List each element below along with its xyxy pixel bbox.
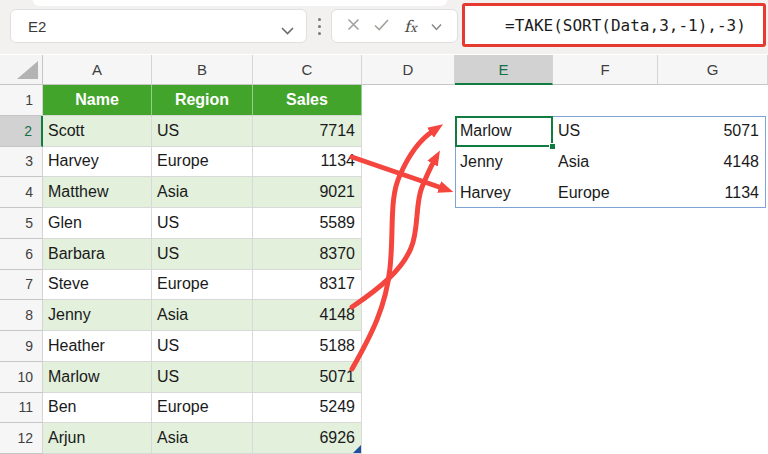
cell-F4[interactable]: Europe <box>553 177 658 208</box>
cell-C12[interactable]: 6926 <box>253 423 362 454</box>
cell-B7[interactable]: Europe <box>152 270 253 301</box>
cell-G3[interactable]: 4148 <box>658 147 768 178</box>
cell-A6[interactable]: Barbara <box>43 239 152 270</box>
cell-C8[interactable]: 4148 <box>253 300 362 331</box>
enter-check-icon[interactable] <box>374 17 389 35</box>
row-header-11[interactable]: 11 <box>0 393 43 424</box>
row-header-7[interactable]: 7 <box>0 270 43 301</box>
cell-E4[interactable]: Harvey <box>455 177 553 208</box>
cell-B11[interactable]: Europe <box>152 393 253 424</box>
cell-A3[interactable]: Harvey <box>43 147 152 178</box>
cell-B5[interactable]: US <box>152 208 253 239</box>
ribbon-edge <box>33 0 447 6</box>
row-header-1[interactable]: 1 <box>0 85 43 116</box>
row-header-4[interactable]: 4 <box>0 177 43 208</box>
row-header-12[interactable]: 12 <box>0 423 43 454</box>
arrow-4148-to-jenny <box>352 161 434 307</box>
cancel-icon[interactable] <box>347 17 360 35</box>
cell-C7[interactable]: 8317 <box>253 270 362 301</box>
select-all-triangle-icon <box>17 61 38 79</box>
column-header-B[interactable]: B <box>152 55 253 85</box>
cell-B6[interactable]: US <box>152 239 253 270</box>
arrow-1134-to-harvey <box>352 157 442 188</box>
cell-F3[interactable]: Asia <box>553 147 658 178</box>
chevron-down-icon[interactable] <box>431 17 442 35</box>
cell-A7[interactable]: Steve <box>43 270 152 301</box>
row-header-6[interactable]: 6 <box>0 239 43 270</box>
cell-A4[interactable]: Matthew <box>43 177 152 208</box>
cell-B9[interactable]: US <box>152 331 253 362</box>
name-box-value: E2 <box>11 18 46 35</box>
cell-A12[interactable]: Arjun <box>43 423 152 454</box>
cell-B1[interactable]: Region <box>152 85 253 116</box>
column-header-C[interactable]: C <box>253 55 362 85</box>
row-header-10[interactable]: 10 <box>0 362 43 393</box>
cell-A9[interactable]: Heather <box>43 331 152 362</box>
column-header-D[interactable]: D <box>362 55 455 85</box>
column-header-A[interactable]: A <box>43 55 152 85</box>
column-header-E[interactable]: E <box>455 55 553 85</box>
cell-C2[interactable]: 7714 <box>253 116 362 147</box>
cell-C11[interactable]: 5249 <box>253 393 362 424</box>
name-box[interactable]: E2 <box>10 9 307 43</box>
row-header-2[interactable]: 2 <box>0 116 43 147</box>
cell-C1[interactable]: Sales <box>253 85 362 116</box>
row-header-9[interactable]: 9 <box>0 331 43 362</box>
insert-function-icon[interactable]: fx <box>404 17 417 36</box>
cell-F2[interactable]: US <box>553 116 658 147</box>
select-all-corner[interactable] <box>0 55 43 85</box>
formula-toolbar: E2 fx =TAKE(SORT(Data,3,-1),-3) <box>0 0 768 54</box>
cell-C6[interactable]: 8370 <box>253 239 362 270</box>
cell-C5[interactable]: 5589 <box>253 208 362 239</box>
cell-A8[interactable]: Jenny <box>43 300 152 331</box>
cell-C10[interactable]: 5071 <box>253 362 362 393</box>
cell-B12[interactable]: Asia <box>152 423 253 454</box>
drag-handle-dots-icon[interactable] <box>318 18 322 35</box>
row-header-8[interactable]: 8 <box>0 300 43 331</box>
cell-A2[interactable]: Scott <box>43 116 152 147</box>
fill-handle[interactable] <box>549 143 556 150</box>
cell-A5[interactable]: Glen <box>43 208 152 239</box>
row-header-5[interactable]: 5 <box>0 208 43 239</box>
formula-input[interactable]: =TAKE(SORT(Data,3,-1),-3) <box>462 3 766 47</box>
cell-C9[interactable]: 5188 <box>253 331 362 362</box>
arrow-5071-to-marlow <box>352 131 433 369</box>
cell-B3[interactable]: Europe <box>152 147 253 178</box>
cell-E2[interactable]: Marlow <box>455 116 553 147</box>
cell-C3[interactable]: 1134 <box>253 147 362 178</box>
cell-B2[interactable]: US <box>152 116 253 147</box>
cell-B8[interactable]: Asia <box>152 300 253 331</box>
named-range-corner-marker <box>353 445 361 453</box>
cell-B10[interactable]: US <box>152 362 253 393</box>
cell-A11[interactable]: Ben <box>43 393 152 424</box>
excel-window: E2 fx =TAKE(SORT(Data,3,-1),-3) ABCDEFG1… <box>0 0 768 454</box>
cell-G4[interactable]: 1134 <box>658 177 768 208</box>
chevron-down-icon[interactable] <box>281 21 294 39</box>
formula-text: =TAKE(SORT(Data,3,-1),-3) <box>465 16 746 35</box>
cell-G2[interactable]: 5071 <box>658 116 768 147</box>
cell-A1[interactable]: Name <box>43 85 152 116</box>
cell-B4[interactable]: Asia <box>152 177 253 208</box>
row-header-3[interactable]: 3 <box>0 147 43 178</box>
cell-A10[interactable]: Marlow <box>43 362 152 393</box>
formula-bar-buttons: fx <box>331 9 458 43</box>
column-header-G[interactable]: G <box>658 55 768 85</box>
cell-C4[interactable]: 9021 <box>253 177 362 208</box>
column-header-F[interactable]: F <box>553 55 658 85</box>
cell-E3[interactable]: Jenny <box>455 147 553 178</box>
